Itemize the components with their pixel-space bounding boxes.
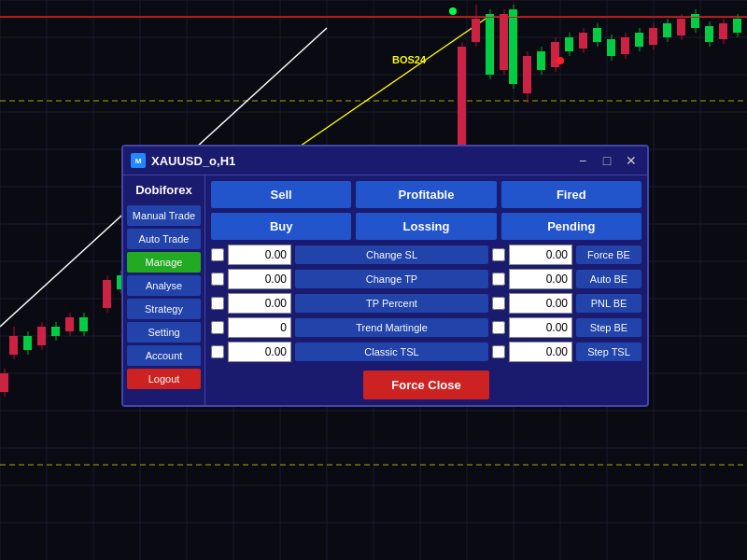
label-change-sl: Change SL [295,245,488,264]
top-button-row-2: Buy Lossing Pending [211,213,641,240]
input-sl-right[interactable] [509,245,572,265]
step-tsl-button[interactable]: Step TSL [576,343,641,361]
label-tp-percent: TP Percent [295,294,488,313]
step-be-button[interactable]: Step BE [576,318,641,337]
lossing-button[interactable]: Lossing [356,213,496,240]
input-row-tp-percent: TP Percent PNL BE [211,293,641,314]
maximize-button[interactable]: □ [599,152,615,169]
main-content: Sell Profitable Fired Buy Lossing Pendin… [205,175,647,405]
sidebar-item-analyse[interactable]: Analyse [127,275,201,296]
sidebar: Dobiforex Manual Trade Auto Trade Manage… [123,175,205,405]
logout-button[interactable]: Logout [127,369,201,389]
mt4-icon: M [131,153,146,168]
bos-label: BOS24 [392,54,426,65]
chart-line-red [0,17,747,18]
buy-button[interactable]: Buy [211,213,351,240]
sell-button[interactable]: Sell [211,181,351,208]
checkbox-sl-right[interactable] [492,248,505,261]
top-button-row-1: Sell Profitable Fired [211,181,641,208]
checkbox-tp-left[interactable] [211,273,224,286]
fired-button[interactable]: Fired [501,181,641,208]
input-row-trend-martingle: Trend Martingle Step BE [211,317,641,338]
dialog-window: M XAUUSD_o,H1 − □ ✕ Dobiforex Manual Tra… [121,145,649,407]
sidebar-item-strategy[interactable]: Strategy [127,299,201,319]
dialog-controls: − □ ✕ [574,152,640,169]
pnl-be-button[interactable]: PNL BE [576,294,641,313]
dialog-titlebar: M XAUUSD_o,H1 − □ ✕ [123,147,647,175]
force-close-button[interactable]: Force Close [363,371,488,399]
input-tpp-right[interactable] [509,293,572,314]
auto-be-button[interactable]: Auto BE [576,270,641,288]
sidebar-brand: Dobiforex [127,179,201,201]
input-sl-left[interactable] [228,245,291,265]
checkbox-tm-right[interactable] [492,321,505,334]
input-grid: Change SL Force BE Change TP Auto BE [211,245,641,362]
input-tpp-left[interactable] [228,293,291,314]
dialog-title-text: XAUUSD_o,H1 [151,154,235,168]
input-ctsl-left[interactable] [228,342,291,362]
input-row-change-sl: Change SL Force BE [211,245,641,265]
input-tp-right[interactable] [509,269,572,289]
minimize-button[interactable]: − [574,152,591,169]
profitable-button[interactable]: Profitable [356,181,496,208]
dialog-title: M XAUUSD_o,H1 [131,153,235,168]
sidebar-item-auto-trade[interactable]: Auto Trade [127,229,201,249]
sidebar-item-manage[interactable]: Manage [127,252,201,273]
checkbox-tm-left[interactable] [211,321,224,334]
label-change-tp: Change TP [295,270,488,288]
input-row-change-tp: Change TP Auto BE [211,269,641,289]
sidebar-item-account[interactable]: Account [127,345,201,366]
label-classic-tsl: Classic TSL [295,343,488,361]
close-button[interactable]: ✕ [623,152,640,169]
dialog-body: Dobiforex Manual Trade Auto Trade Manage… [123,175,647,405]
sidebar-item-manual-trade[interactable]: Manual Trade [127,205,201,226]
input-tm-left[interactable] [228,317,291,338]
label-trend-martingle: Trend Martingle [295,318,488,337]
checkbox-sl-left[interactable] [211,248,224,261]
input-tm-right[interactable] [509,317,572,338]
input-row-classic-tsl: Classic TSL Step TSL [211,342,641,362]
input-tp-left[interactable] [228,269,291,289]
sidebar-item-setting[interactable]: Setting [127,322,201,343]
checkbox-tpp-left[interactable] [211,297,224,310]
checkbox-ctsl-right[interactable] [492,345,505,358]
pending-button[interactable]: Pending [501,213,641,240]
checkbox-ctsl-left[interactable] [211,345,224,358]
checkbox-tpp-right[interactable] [492,297,505,310]
force-be-button[interactable]: Force BE [576,245,641,264]
force-close-row: Force Close [211,367,641,399]
checkbox-tp-right[interactable] [492,273,505,286]
input-ctsl-right[interactable] [509,342,572,362]
